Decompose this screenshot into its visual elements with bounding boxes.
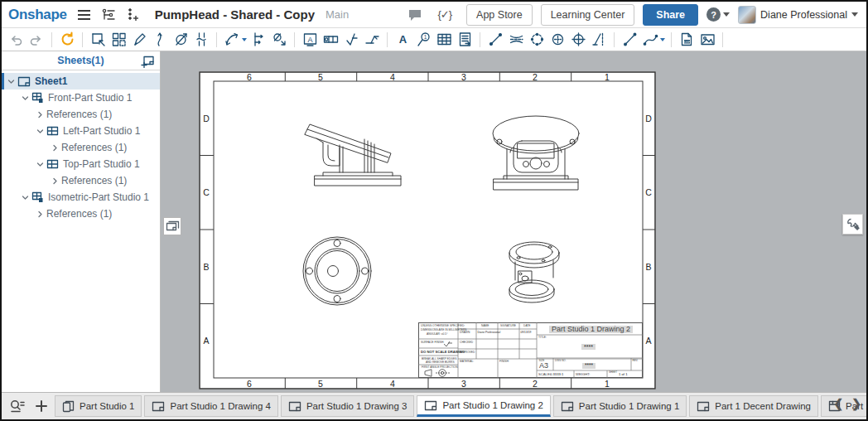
learning-center-button[interactable]: Learning Center [541,4,635,26]
zone-col-label: 2 [533,379,538,389]
help-menu[interactable]: ? [706,7,730,22]
chevron-right-icon[interactable] [35,210,45,218]
insert-view-icon[interactable] [89,31,107,49]
tree-item-references[interactable]: References (1) [2,106,160,123]
redo-icon[interactable] [27,31,46,49]
sheet-number-value[interactable]: 1 of 1 [619,373,627,376]
table-icon[interactable] [435,31,453,49]
scale-value[interactable]: 0.3333:1 [550,373,563,376]
avatar[interactable] [738,6,756,24]
dwg-no-value[interactable]: **** [582,363,596,369]
wrench-button[interactable] [842,214,863,235]
tree-item-references[interactable]: References (1) [2,139,160,156]
tree-item-label: Left-Part Studio 1 [63,125,140,137]
diameter-dimension-icon[interactable] [270,31,288,49]
search-tabs-icon[interactable] [7,395,28,417]
chevron-right-icon[interactable] [50,144,60,152]
crop-view-icon[interactable] [151,31,169,49]
tree-item-references[interactable]: References (1) [2,206,160,222]
tree-item-references[interactable]: References (1) [2,172,160,189]
dimension-dropdown-caret[interactable] [242,38,247,41]
balloon-icon[interactable]: 1 [414,31,432,49]
first-angle-projection-symbol [424,369,452,377]
projected-view-icon[interactable] [109,31,128,49]
tree-item-isometric-view[interactable]: Isometric-Part Studio 1 [2,189,160,206]
title-value[interactable]: **** [581,344,596,350]
chevron-down-icon[interactable] [20,94,30,102]
drawing-sheet[interactable]: 6 5 4 3 2 1 6 5 4 3 2 1 D C B A D C B A [199,71,656,390]
chevron-down-icon[interactable] [35,128,45,135]
comment-icon[interactable] [407,7,423,23]
tab-scroll-right-icon[interactable]: ❯ [851,398,861,409]
tab-part-1-decent-drawing[interactable]: Part 1 Decent Drawing [689,395,818,417]
note-icon[interactable]: A [301,31,319,49]
share-button[interactable]: Share [643,4,698,26]
drawn-name-value[interactable]: Diane Professional [478,331,501,334]
tree-item-sheet1[interactable]: Sheet1 [2,73,160,90]
tab-drawing-3[interactable]: Part Studio 1 Drawing 3 [281,395,414,417]
help-icon[interactable]: ? [706,7,721,22]
tolerance-note: ANGULAR: ±0.5° [427,333,447,336]
centerline-icon[interactable] [486,31,504,49]
ordinate-dimension-icon[interactable] [249,31,268,49]
drawing-name[interactable]: Part Studio 1 Drawing 2 [549,326,633,333]
tree-item-top-view[interactable]: Top-Part Studio 1 [2,156,160,172]
auxiliary-view-icon[interactable] [130,31,148,49]
section-view-icon[interactable] [171,31,190,49]
spline-icon[interactable] [641,31,659,49]
surface-finish-icon[interactable] [342,31,360,49]
tab-drawing-4[interactable]: Part Studio 1 Drawing 4 [144,395,277,417]
add-sheet-button[interactable] [139,53,156,69]
top-view[interactable] [297,234,379,312]
drawn-date-value[interactable]: 09/13/19 [521,331,532,334]
sheets-panel-toggle-button[interactable] [163,217,181,235]
tree-item-front-view[interactable]: Front-Part Studio 1 [2,90,160,106]
document-tab-bar: Part Studio 1 Part Studio 1 Drawing 4 Pa… [2,392,866,419]
line-icon[interactable] [620,31,639,49]
tab-drawing-2-active[interactable]: Part Studio 1 Drawing 2 [417,395,550,417]
front-view[interactable] [292,106,424,192]
tree-item-left-view[interactable]: Left-Part Studio 1 [2,123,160,139]
chevron-right-icon[interactable] [35,111,45,119]
workspace-name[interactable]: Main [326,8,349,21]
bom-icon[interactable] [456,31,474,49]
text-icon[interactable]: A [393,31,412,49]
title-block[interactable]: UNLESS OTHERWISE SPECIFIED: DIMENSIONS A… [418,322,643,378]
featurescript-icon[interactable]: {✓} [438,8,452,21]
dimension-icon[interactable] [223,31,241,49]
spline-dropdown-caret[interactable] [660,38,665,41]
center-mark-arc-icon[interactable] [548,31,567,49]
insert-image-icon[interactable] [698,31,716,49]
center-mark-icon[interactable] [569,31,587,49]
chevron-down-icon[interactable] [35,161,45,168]
chevron-down-icon[interactable] [6,78,16,85]
chevron-right-icon[interactable] [50,177,60,185]
left-view[interactable] [482,108,590,194]
weld-symbol-icon[interactable] [363,31,381,49]
gdt-icon[interactable] [321,31,340,49]
app-store-button[interactable]: App Store [466,4,533,26]
tree-item-label: References (1) [46,109,112,120]
chevron-down-icon[interactable] [20,194,30,201]
update-views-icon[interactable] [58,31,76,49]
main-menu-icon[interactable] [76,7,93,23]
size-value[interactable]: A3 [539,362,548,370]
user-menu[interactable]: Diane Professional [738,6,858,24]
tangent-line-icon[interactable] [590,31,608,49]
finish-label: FINISH: [499,361,509,363]
undo-icon[interactable] [7,31,25,49]
onshape-logo[interactable]: Onshape [8,7,67,23]
centerline-two-lines-icon[interactable] [507,31,525,49]
tab-drawing-1[interactable]: Part Studio 1 Drawing 1 [553,395,687,417]
tab-part-studio-1[interactable]: Part Studio 1 [55,395,142,417]
export-dxf-icon[interactable]: DXF [678,31,696,49]
tab-scroll-left-icon[interactable]: ❮ [834,398,844,409]
tree-item-label: References (1) [61,175,127,186]
isometric-view[interactable] [495,231,570,313]
insert-tab-icon[interactable] [31,395,52,417]
create-version-icon[interactable] [124,7,141,23]
break-view-icon[interactable] [192,31,210,49]
drawing-canvas[interactable]: 6 5 4 3 2 1 6 5 4 3 2 1 D C B A D C B A [161,51,866,392]
versions-icon[interactable] [100,7,117,23]
center-mark-circle-icon[interactable] [528,31,546,49]
